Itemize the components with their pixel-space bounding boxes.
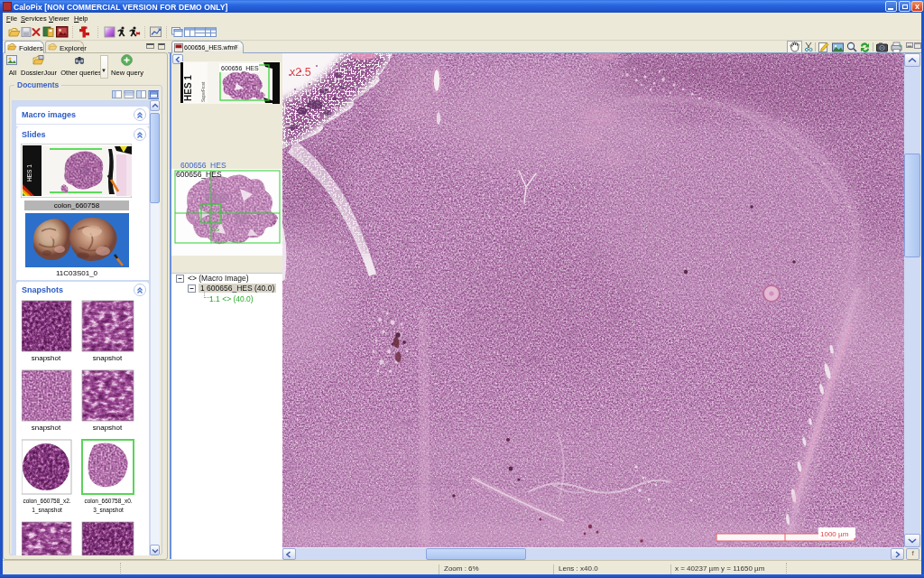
svg-text:x2.5: x2.5 — [290, 66, 311, 79]
svg-text:snapshot: snapshot — [32, 354, 61, 362]
svg-text:HES 1: HES 1 — [26, 164, 32, 182]
svg-text:600656_HES: 600656_HES — [221, 65, 259, 72]
svg-text:snapshot: snapshot — [93, 424, 123, 432]
svg-text:1_snapshot: 1_snapshot — [32, 507, 62, 514]
svg-text:1000 µm: 1000 µm — [820, 530, 849, 538]
svg-text:colon_660758_x0.: colon_660758_x0. — [84, 498, 132, 505]
svg-text:colon_660758_x2.: colon_660758_x2. — [23, 498, 70, 505]
svg-text:snapshot: snapshot — [93, 354, 123, 362]
svg-text:snapshot: snapshot — [32, 424, 61, 432]
svg-text:<>: <> — [211, 226, 220, 234]
svg-text:3_snapshot: 3_snapshot — [93, 507, 124, 514]
svg-text:SuperFrost: SuperFrost — [201, 81, 206, 102]
svg-text:HES 1: HES 1 — [183, 75, 193, 101]
